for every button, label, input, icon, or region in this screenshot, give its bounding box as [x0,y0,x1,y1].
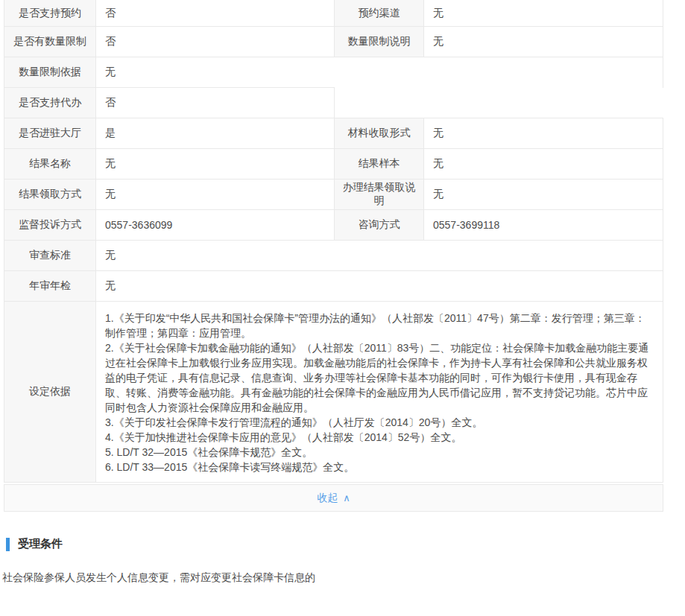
table-row: 结果名称无结果样本无 [4,149,663,180]
row-value: 0557-3636099 [96,210,335,241]
legal-basis-item: 5. LD/T 32—2015《社会保障卡规范》全文。 [105,445,654,460]
acceptance-conditions-text: 社会保险参保人员发生个人信息变更，需对应变更社会保障卡信息的 [2,571,685,585]
row-label-secondary: 结果样本 [335,149,424,180]
table-row: 监督投诉方式0557-3636099咨询方式0557-3699118 [4,210,663,241]
row-value-secondary: 无 [424,149,663,180]
row-label-secondary: 办理结果领取说明 [335,180,424,210]
row-value-secondary: 无 [424,0,663,27]
row-label: 数量限制依据 [4,57,96,88]
table-row: 是否有数量限制否数量限制说明无 [4,27,663,57]
chevron-up-icon: ∧ [343,492,350,504]
collapse-button[interactable]: 收起 ∧ [4,484,663,512]
row-value: 无 [96,241,663,271]
legal-basis-item: 1.《关于印发“中华人民共和国社会保障卡”管理办法的通知》（人社部发〔2011〕… [105,311,654,340]
row-label-secondary: 数量限制说明 [335,27,424,57]
row-label-secondary: 咨询方式 [335,210,424,241]
row-value-secondary: 无 [424,180,663,210]
row-label: 结果领取方式 [4,180,96,210]
row-label-secondary: 材料收取形式 [335,118,424,149]
row-value: 否 [96,27,335,57]
row-label-secondary: 预约渠道 [335,0,424,27]
row-value-secondary: 无 [424,27,663,57]
collapse-label: 收起 [317,492,338,505]
legal-basis-item: 4.《关于加快推进社会保障卡应用的意见》（人社部发〔2014〕52号）全文。 [105,430,654,445]
row-value-legal-basis: 1.《关于印发“中华人民共和国社会保障卡”管理办法的通知》（人社部发〔2011〕… [96,302,663,483]
row-value: 否 [96,0,335,27]
service-detail-table: 是否支持预约否预约渠道无是否有数量限制否数量限制说明无数量限制依据无是否支持代办… [4,0,663,483]
row-value: 无 [96,180,335,210]
row-value: 否 [96,88,335,118]
content-area: 是否支持预约否预约渠道无是否有数量限制否数量限制说明无数量限制依据无是否支持代办… [4,0,663,512]
row-value-secondary: 无 [424,118,663,149]
table-row: 结果领取方式无办理结果领取说明无 [4,180,663,210]
table-row: 设定依据1.《关于印发“中华人民共和国社会保障卡”管理办法的通知》（人社部发〔2… [4,302,663,483]
section-header: 受理条件 [6,537,685,551]
row-value: 无 [96,57,335,88]
row-label: 是否进驻大厅 [4,118,96,149]
table-row: 是否进驻大厅是材料收取形式无 [4,118,663,149]
row-label: 是否支持代办 [4,88,96,118]
row-value-secondary: 0557-3699118 [424,210,663,241]
row-label: 结果名称 [4,149,96,180]
row-label: 审查标准 [4,241,96,271]
table-row: 数量限制依据无 [4,57,663,88]
table-row: 是否支持代办否 [4,88,663,118]
row-label: 设定依据 [4,302,96,483]
table-row: 年审年检无 [4,271,663,302]
row-label: 是否支持预约 [4,0,96,27]
table-row: 是否支持预约否预约渠道无 [4,0,663,27]
row-label: 监督投诉方式 [4,210,96,241]
table-row: 审查标准无 [4,241,663,271]
row-label: 是否有数量限制 [4,27,96,57]
row-value: 无 [96,149,335,180]
row-label: 年审年检 [4,271,96,302]
row-value: 是 [96,118,335,149]
legal-basis-item: 6. LD/T 33—2015《社会保障卡读写终端规范》全文。 [105,460,654,474]
section-title: 受理条件 [18,537,63,551]
empty-cell [335,57,663,88]
section-accent-bar [6,538,10,551]
legal-basis-item: 2.《关于社会保障卡加载金融功能的通知》（人社部发〔2011〕83号）二、功能定… [105,340,654,415]
legal-basis-item: 3.《关于印发社会保障卡发行管理流程的通知》（人社厅发〔2014〕20号）全文。 [105,415,654,430]
row-value: 无 [96,271,663,302]
empty-cell [335,88,663,118]
